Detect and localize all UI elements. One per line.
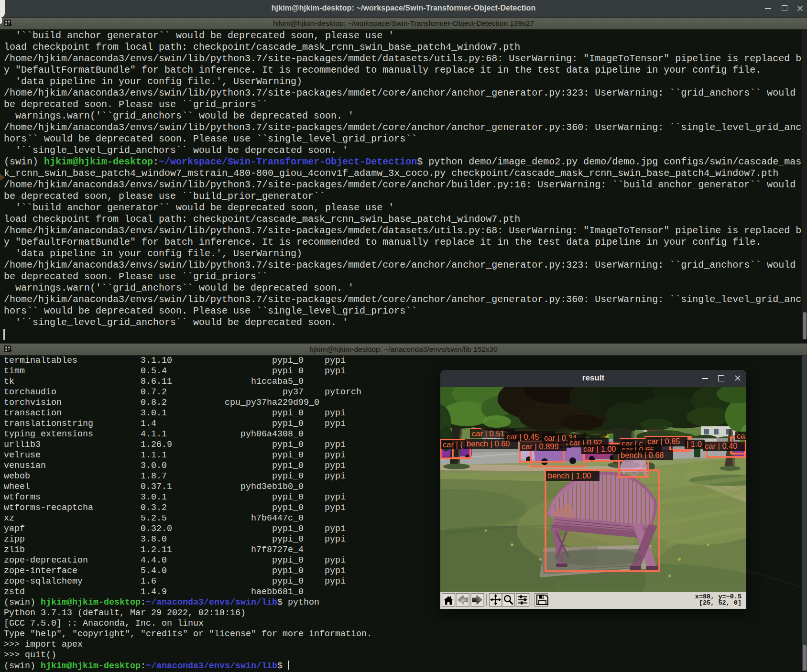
svg-text:ca: ca: [737, 432, 745, 440]
svg-text:car | 0.40: car | 0.40: [705, 442, 738, 450]
svg-text:car | (: car | (: [443, 440, 463, 449]
svg-text:car | 0.85: car | 0.85: [647, 437, 680, 445]
svg-text:bench | 0.68: bench | 0.68: [621, 451, 664, 459]
svg-text:bench | 0.60: bench | 0.60: [467, 439, 510, 448]
svg-text:car | 0.899: car | 0.899: [522, 442, 559, 451]
svg-text:car | 0.51: car | 0.51: [472, 429, 505, 438]
svg-text:| 1.0: | 1.0: [687, 440, 702, 448]
svg-text:bench | 1.00: bench | 1.00: [548, 471, 591, 480]
svg-text:car | 1.00: car | 1.00: [583, 444, 616, 453]
